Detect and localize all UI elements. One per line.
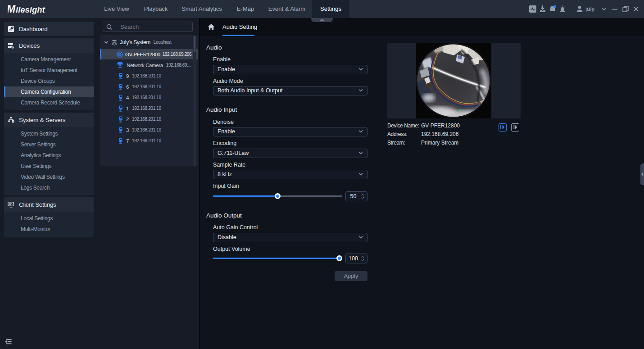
svg-text:ilesight: ilesight — [16, 5, 45, 14]
svg-text:M: M — [8, 3, 16, 15]
